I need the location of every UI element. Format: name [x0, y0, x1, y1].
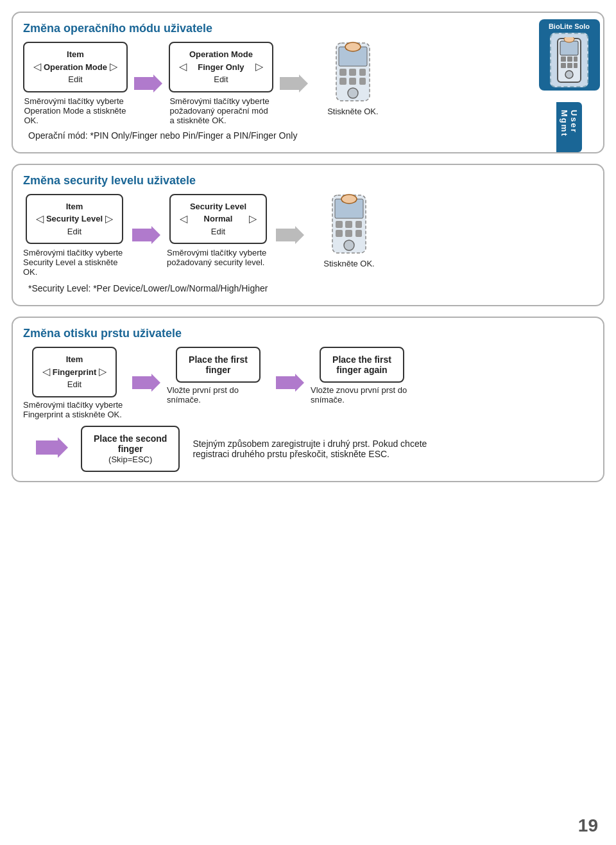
- right-tri2: ▷: [255, 59, 263, 74]
- left-tri: ◁: [33, 59, 41, 74]
- section3-step1-box: ◁ Item Fingerprint Edit ▷: [32, 347, 117, 397]
- s2-step2-edit: Edit: [190, 225, 246, 238]
- svg-marker-34: [132, 374, 160, 392]
- section2-title: Změna security levelu uživatele: [23, 174, 593, 187]
- s2-step3-desc: Stiskněte OK.: [323, 259, 374, 268]
- svg-marker-22: [132, 226, 160, 244]
- section1-step3: Stiskněte OK.: [314, 42, 391, 116]
- svg-point-21: [348, 88, 358, 98]
- section1-step2-box: ◁ Operation Mode Finger Only Edit ▷: [169, 42, 273, 92]
- section3-step3: Place the first finger again Vložte znov…: [311, 347, 413, 405]
- s3-step4-desc: Stejným způsobem zaregistrujte i druhý p…: [193, 439, 436, 459]
- arrow2: [280, 74, 308, 92]
- svg-point-9: [564, 37, 574, 42]
- svg-rect-5: [561, 63, 566, 68]
- svg-rect-28: [345, 221, 352, 228]
- svg-rect-32: [355, 230, 362, 237]
- s1-device: [330, 42, 376, 103]
- s2-left-tri2: ◁: [180, 211, 187, 227]
- s3-step3-desc: Vložte znovu první prst do snímače.: [311, 385, 413, 405]
- s1-device-svg: [330, 42, 376, 103]
- section3-steps: ◁ Item Fingerprint Edit ▷ Směrovými tlač…: [23, 347, 593, 419]
- page-number: 19: [578, 815, 598, 836]
- svg-rect-19: [349, 78, 356, 85]
- svg-rect-30: [336, 230, 343, 237]
- s2-device-svg: [326, 194, 372, 255]
- svg-point-8: [565, 71, 573, 78]
- svg-rect-7: [574, 63, 578, 68]
- section3-step4: Place the second finger (Skip=ESC): [81, 426, 180, 472]
- device-svg: [555, 37, 583, 83]
- svg-rect-3: [567, 57, 572, 62]
- s2-left-tri: ◁: [36, 211, 44, 227]
- section3-step4-row: Place the second finger (Skip=ESC) Stejn…: [23, 426, 593, 472]
- section2-step2: ◁ Security Level Normal Edit ▷ Směrovými…: [167, 194, 270, 268]
- section1-step1: ◁ Item Operation Mode Edit ▷ Směrovými t…: [23, 42, 128, 125]
- svg-marker-11: [280, 74, 308, 92]
- s3-step4-skip: (Skip=ESC): [108, 455, 152, 464]
- section1-step1-box: ◁ Item Operation Mode Edit ▷: [23, 42, 128, 92]
- biolite-box: BioLite Solo: [539, 19, 600, 91]
- svg-rect-29: [355, 221, 362, 228]
- section1-note: Operační mód: *PIN Only/Finger nebo Pin/…: [28, 130, 519, 141]
- s1-step2-desc: Směrovými tlačítky vyberte požadovaný op…: [169, 96, 272, 125]
- svg-rect-20: [359, 78, 366, 85]
- svg-rect-17: [359, 69, 366, 76]
- section1-title: Změna operačního módu uživatele: [23, 22, 519, 35]
- s3-item-label: Item: [53, 353, 97, 366]
- s2-arrow1: [132, 226, 160, 244]
- s1-step3-desc: Stiskněte OK.: [327, 107, 378, 116]
- svg-rect-1: [560, 41, 578, 55]
- section2-box: Změna security levelu uživatele ◁ Item S…: [12, 164, 604, 307]
- s3-item-edit: Edit: [53, 378, 97, 391]
- svg-marker-10: [134, 74, 162, 92]
- svg-rect-4: [574, 57, 578, 62]
- left-tri2: ◁: [179, 59, 187, 74]
- biolite-device-img: [550, 33, 588, 87]
- s1-item-edit: Edit: [44, 73, 107, 86]
- s3-item-value: Fingerprint: [53, 366, 97, 379]
- s3-right-tri: ▷: [99, 364, 107, 379]
- svg-rect-31: [345, 230, 352, 237]
- s3-step4-box: Place the second finger (Skip=ESC): [81, 426, 180, 472]
- s2-step2-label: Security Level: [190, 200, 246, 213]
- s3-arrow3: [36, 437, 68, 460]
- svg-rect-2: [561, 57, 566, 62]
- s1-step2-value: Finger Only: [189, 61, 253, 74]
- section2-steps: ◁ Item Security Level Edit ▷ Směrovými t…: [23, 194, 593, 277]
- s2-item-value: Security Level: [46, 213, 103, 225]
- section3-step1: ◁ Item Fingerprint Edit ▷ Směrovými tlač…: [23, 347, 126, 419]
- svg-marker-35: [276, 374, 304, 392]
- s2-step2-desc: Směrovými tlačítky vyberte požadovaný se…: [167, 248, 270, 267]
- svg-rect-6: [567, 63, 572, 68]
- s2-right-tri: ▷: [105, 211, 113, 227]
- svg-rect-15: [339, 69, 346, 76]
- section2-note: *Security Level: *Per Device/Lower/Low/N…: [28, 283, 593, 293]
- s2-item-edit: Edit: [46, 225, 103, 238]
- section3-title: Změna otisku prstu uživatele: [23, 327, 593, 340]
- s1-item-value: Operation Mode: [44, 61, 107, 74]
- svg-marker-36: [36, 437, 68, 458]
- svg-marker-23: [276, 226, 304, 244]
- svg-point-26: [341, 195, 357, 204]
- section1-box: BioLite Solo User Mgmt: [12, 12, 604, 153]
- section2-step2-box: ◁ Security Level Normal Edit ▷: [169, 194, 267, 245]
- s1-step1-desc: Směrovými tlačítky vyberte Operation Mod…: [24, 96, 126, 125]
- section2-step1-box: ◁ Item Security Level Edit ▷: [26, 194, 123, 245]
- s3-left-tri: ◁: [42, 364, 50, 379]
- s3-step1-desc: Směrovými tlačítky vyberte Fingerprint a…: [23, 400, 126, 419]
- s3-arrow2: [276, 374, 304, 392]
- sidebar-label: User Mgmt: [556, 102, 582, 152]
- section1-steps: ◁ Item Operation Mode Edit ▷ Směrovými t…: [23, 42, 519, 125]
- s3-step2-desc: Vložte první prst do snímače.: [167, 385, 270, 405]
- s1-item-label: Item: [44, 48, 107, 61]
- section3-box: Změna otisku prstu uživatele ◁ Item Fing…: [12, 317, 604, 482]
- svg-rect-27: [336, 221, 343, 228]
- s2-right-tri2: ▷: [249, 211, 257, 227]
- s3-arrow1: [132, 374, 160, 392]
- svg-rect-16: [349, 69, 356, 76]
- section2-step3: Stiskněte OK.: [311, 194, 388, 268]
- svg-point-14: [345, 42, 361, 51]
- svg-rect-18: [339, 78, 346, 85]
- s3-step2-box: Place the first finger: [176, 347, 261, 383]
